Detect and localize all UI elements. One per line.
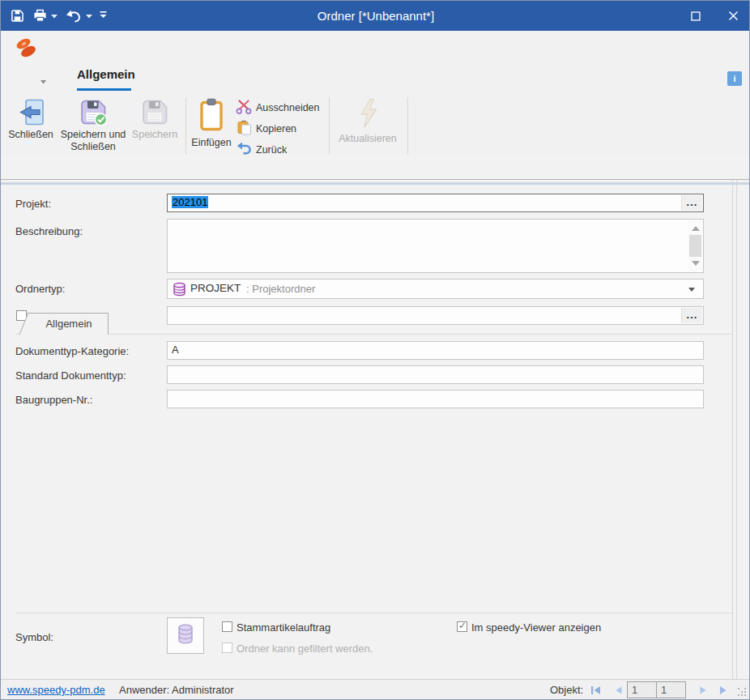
symbol-cylinder-icon [176, 623, 195, 648]
beschreibung-scrollbar[interactable] [688, 220, 702, 271]
objekt-label: Objekt: [550, 684, 583, 696]
maximize-button[interactable] [678, 1, 714, 31]
scroll-down-icon[interactable] [692, 261, 700, 266]
close-button[interactable] [715, 1, 750, 31]
user-status: Anwender: Administrator [119, 684, 234, 696]
speedy-viewer-label: Im speedy-Viewer anzeigen [471, 621, 601, 634]
statusbar: www.speedy-pdm.de Anwender: Administrato… [1, 679, 750, 700]
projekt-label: Projekt: [15, 198, 51, 210]
scroll-thumb[interactable] [689, 235, 701, 257]
ordner-filter-label: Ordner kann gefiltert werden. [237, 642, 373, 655]
ausschneiden-button[interactable]: Ausschneiden [236, 99, 320, 117]
beschreibung-textarea[interactable] [167, 219, 704, 273]
copy-icon [237, 120, 252, 138]
separator-line [15, 612, 732, 613]
ribbon-tab-underline [77, 88, 131, 91]
paste-clipboard-icon [190, 98, 232, 132]
ribbon-bottom-accent [1, 183, 750, 185]
standard-dokumenttyp-label: Standard Dokumenttyp: [15, 369, 126, 382]
save-disabled-icon [130, 98, 179, 126]
projekt-browse-button[interactable]: ... [681, 195, 702, 211]
baugruppen-nr-label: Baugruppen-Nr.: [15, 394, 92, 406]
symbol-label: Symbol: [15, 631, 53, 643]
dokumenttyp-kategorie-input[interactable]: A [167, 341, 704, 360]
nav-next-button[interactable] [698, 685, 708, 698]
nav-last-button[interactable] [718, 685, 730, 698]
ordnertyp-value: PROJEKT [190, 282, 241, 294]
kopieren-button[interactable]: Kopieren [237, 120, 296, 138]
page-tabstrip: Allgemein [1, 155, 750, 180]
einfuegen-button[interactable]: Einfügen [190, 96, 232, 164]
ribbon: Allgemein i Schließen [1, 31, 750, 155]
info-button[interactable]: i [727, 71, 742, 86]
speedy-viewer-checkbox[interactable]: ✓ [457, 621, 467, 632]
stammartikelauftrag-checkbox[interactable] [222, 621, 232, 632]
speichern-und-schliessen-button[interactable]: Speichern und Schließen [58, 96, 129, 164]
app-logo-icon[interactable] [14, 37, 38, 58]
separator-line [15, 334, 732, 335]
suchfilter-input[interactable]: ... [167, 306, 704, 325]
ribbon-tab-allgemein[interactable]: Allgemein [77, 67, 135, 81]
ordner-window: Ordner [*Unbenannt*] Allgemein i [0, 0, 750, 700]
resize-grip[interactable] [738, 688, 748, 698]
dropdown-caret-icon[interactable] [688, 288, 695, 292]
nav-first-button[interactable] [590, 685, 602, 698]
titlebar: Ordner [*Unbenannt*] [1, 1, 750, 31]
window-title: Ordner [*Unbenannt*] [1, 1, 750, 31]
speedy-pdm-link[interactable]: www.speedy-pdm.de [7, 684, 105, 696]
refresh-lightning-icon [334, 98, 402, 129]
app-menu-caret-icon[interactable] [40, 75, 46, 87]
record-total-input[interactable]: 1 [656, 681, 686, 698]
nav-previous-button[interactable] [614, 685, 624, 698]
right-border-line [736, 180, 737, 679]
ordner-filter-checkbox [222, 642, 232, 653]
scroll-up-icon[interactable] [692, 226, 700, 231]
baugruppen-nr-input[interactable] [167, 390, 704, 408]
close-window-icon [6, 98, 56, 126]
ordnertyp-label: Ordnertyp: [15, 283, 65, 295]
ordnertyp-dropdown[interactable]: PROJEKT : Projektordner [167, 279, 704, 299]
schliessen-button[interactable]: Schließen [6, 96, 56, 164]
suchfilter-browse-button[interactable]: ... [681, 308, 702, 323]
right-border-line [732, 180, 733, 679]
dokumenttyp-kategorie-label: Dokumenttyp-Kategorie: [15, 345, 129, 357]
tab-allgemein[interactable]: Allgemein [30, 313, 109, 335]
save-close-icon [58, 98, 129, 126]
projekt-selected-text: 202101 [172, 196, 208, 208]
symbol-picker[interactable] [167, 617, 204, 654]
database-icon [173, 282, 186, 299]
projekt-input[interactable]: 202101 ... [167, 194, 704, 212]
record-current-input[interactable]: 1 [627, 681, 657, 698]
standard-dokumenttyp-input[interactable] [167, 365, 704, 384]
aktualisieren-button: Aktualisieren [334, 96, 402, 164]
stammartikelauftrag-label: Stammartikelauftrag [237, 621, 330, 634]
check-icon: ✓ [458, 620, 467, 631]
beschreibung-label: Beschreibung: [15, 225, 83, 237]
speichern-button: Speichern [130, 96, 179, 164]
scissors-icon [236, 100, 252, 117]
ordnertyp-description: : Projektordner [246, 283, 315, 295]
